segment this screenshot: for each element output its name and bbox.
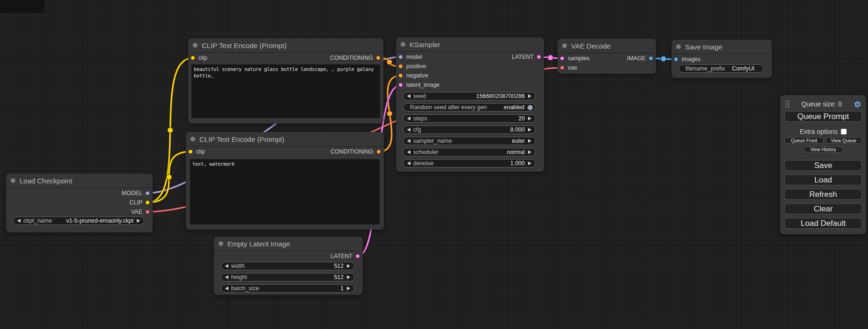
output-port-latent[interactable] — [536, 55, 541, 59]
widget-label: Random seed after every gen — [410, 104, 487, 111]
collapse-dot[interactable] — [219, 241, 223, 246]
input-port-negative[interactable] — [398, 73, 403, 78]
link-midpoint-dot-image-to-save[interactable] — [661, 56, 666, 62]
toggle-circle-icon[interactable] — [528, 105, 533, 110]
node-title-bar[interactable]: KSampler — [396, 37, 544, 52]
stepper-left-arrow-icon[interactable] — [407, 150, 410, 154]
widget-sampler-name[interactable]: sampler_nameeuler — [403, 137, 536, 145]
input-port-clip[interactable] — [191, 56, 195, 60]
stepper-left-arrow-icon[interactable] — [225, 275, 228, 279]
load-default-button[interactable]: Load Default — [784, 218, 862, 229]
input-port-images[interactable] — [674, 57, 678, 62]
input-port-model[interactable] — [398, 55, 403, 59]
widget-batch-size[interactable]: batch_size1 — [221, 284, 354, 293]
stepper-right-arrow-icon[interactable] — [347, 287, 350, 290]
widget-cfg[interactable]: cfg8.000 — [403, 126, 536, 134]
link-midpoint-dot-clip-to-positive-encoder[interactable] — [168, 127, 173, 133]
output-port-latent[interactable] — [355, 254, 360, 259]
widget-value: 1.000 — [510, 160, 525, 167]
widget-label: steps — [413, 115, 427, 122]
node-title-bar[interactable]: VAE Decode — [557, 39, 656, 53]
graph-canvas[interactable]: Load CheckpointMODELCLIPVAEckpt_namev1-5… — [0, 0, 868, 329]
node-title-bar[interactable]: Empty Latent Image — [214, 237, 363, 251]
collapse-dot[interactable] — [11, 178, 15, 183]
collapse-dot[interactable] — [676, 44, 681, 49]
stepper-right-arrow-icon[interactable] — [528, 139, 531, 143]
node-title-bar[interactable]: Load Checkpoint — [6, 174, 153, 188]
stepper-left-arrow-icon[interactable] — [407, 128, 410, 132]
queue-front-button[interactable]: Queue Front — [784, 137, 824, 144]
widget-random-seed-after-every-gen[interactable]: Random seed after every genenabled — [403, 103, 536, 112]
queue-prompt-button[interactable]: Queue Prompt — [784, 111, 862, 122]
input-port-latent-image[interactable] — [398, 83, 403, 87]
collapse-dot[interactable] — [193, 43, 198, 48]
widget-filename-prefix[interactable]: filename_prefixComfyUI — [678, 64, 763, 73]
link-midpoint-dot-positive-conditioning[interactable] — [387, 59, 392, 65]
node-clip-text-encode-prompt-clip2[interactable]: CLIP Text Encode (Prompt)clipCONDITIONIN… — [186, 132, 384, 230]
stepper-right-arrow-icon[interactable] — [528, 150, 531, 154]
stepper-left-arrow-icon[interactable] — [407, 161, 410, 165]
output-port-vae[interactable] — [145, 210, 150, 214]
output-port-conditioning[interactable] — [376, 56, 381, 60]
node-load-checkpoint-ckpt[interactable]: Load CheckpointMODELCLIPVAEckpt_namev1-5… — [6, 174, 153, 232]
widget-value: normal — [507, 149, 525, 155]
collapse-dot[interactable] — [401, 42, 405, 47]
widget-height[interactable]: height512 — [221, 273, 354, 281]
stepper-right-arrow-icon[interactable] — [347, 264, 350, 268]
input-port-positive[interactable] — [398, 64, 403, 69]
gear-icon[interactable] — [854, 100, 861, 108]
input-label-clip: clip — [196, 148, 205, 155]
input-port-samples[interactable] — [560, 56, 565, 61]
node-title-bar[interactable]: Save Image — [671, 40, 772, 54]
stepper-right-arrow-icon[interactable] — [528, 117, 531, 120]
link-midpoint-dot-latent-to-decoder[interactable] — [548, 55, 553, 61]
stepper-right-arrow-icon[interactable] — [528, 94, 531, 98]
input-port-vae[interactable] — [560, 65, 565, 70]
refresh-button[interactable]: Refresh — [784, 189, 862, 200]
view-history-button[interactable]: View History — [804, 147, 843, 153]
node-empty-latent-image-latent[interactable]: Empty Latent ImageLATENTwidth512height51… — [214, 237, 363, 295]
stepper-left-arrow-icon[interactable] — [407, 139, 410, 143]
stepper-left-arrow-icon[interactable] — [225, 287, 228, 290]
link-midpoint-dot-clip-to-negative-encoder[interactable] — [166, 175, 172, 180]
output-port-model[interactable] — [145, 191, 150, 196]
stepper-left-arrow-icon[interactable] — [407, 117, 410, 120]
stepper-right-arrow-icon[interactable] — [528, 161, 531, 165]
node-clip-text-encode-prompt-clip1[interactable]: CLIP Text Encode (Prompt)clipCONDITIONIN… — [188, 38, 383, 124]
node-title: KSampler — [409, 41, 440, 49]
clear-button[interactable]: Clear — [784, 203, 862, 214]
widget-denoise[interactable]: denoise1.000 — [403, 159, 536, 168]
node-vae-decode-vae[interactable]: VAE DecodesamplesvaeIMAGE — [557, 39, 656, 74]
view-queue-button[interactable]: View Queue — [826, 137, 862, 144]
input-label-latent-image: latent_image — [406, 81, 440, 89]
node-ksampler-ksampler[interactable]: KSamplermodelpositivenegativelatent_imag… — [396, 37, 544, 172]
node-title-bar[interactable]: CLIP Text Encode (Prompt) — [186, 132, 384, 147]
link-midpoint-dot-negative-conditioning[interactable] — [387, 111, 393, 117]
prompt-textarea[interactable]: beautiful scenery nature glass bottle la… — [191, 64, 380, 118]
collapse-dot[interactable] — [562, 43, 567, 48]
widget-scheduler[interactable]: schedulernormal — [403, 148, 536, 156]
output-port-clip[interactable] — [145, 200, 150, 205]
stepper-right-arrow-icon[interactable] — [347, 275, 350, 279]
load-button[interactable]: Load — [784, 175, 862, 185]
widget-width[interactable]: width512 — [221, 262, 354, 270]
collapse-dot[interactable] — [191, 137, 195, 141]
widget-ckpt-name[interactable]: ckpt_namev1-5-pruned-emaonly.ckpt — [13, 217, 144, 225]
widget-steps[interactable]: steps20 — [403, 114, 536, 123]
stepper-left-arrow-icon[interactable] — [407, 94, 410, 98]
stepper-left-arrow-icon[interactable] — [17, 219, 21, 223]
drag-handle-icon[interactable] — [785, 100, 790, 108]
output-port-conditioning[interactable] — [376, 149, 381, 154]
input-port-clip[interactable] — [188, 149, 193, 154]
widget-seed[interactable]: seed156680208700286 — [403, 92, 536, 100]
extra-options-checkbox[interactable] — [841, 129, 847, 134]
stepper-right-arrow-icon[interactable] — [137, 219, 140, 223]
prompt-textarea[interactable]: text, watermark — [190, 159, 380, 224]
save-button[interactable]: Save — [784, 160, 862, 171]
stepper-left-arrow-icon[interactable] — [225, 264, 228, 268]
node-title-bar[interactable]: CLIP Text Encode (Prompt) — [188, 38, 383, 53]
node-save-image-save[interactable]: Save Imageimagesfilename_prefixComfyUI — [671, 40, 772, 78]
widget-value: 512 — [334, 274, 344, 280]
stepper-right-arrow-icon[interactable] — [528, 128, 531, 132]
output-port-image[interactable] — [649, 56, 653, 61]
